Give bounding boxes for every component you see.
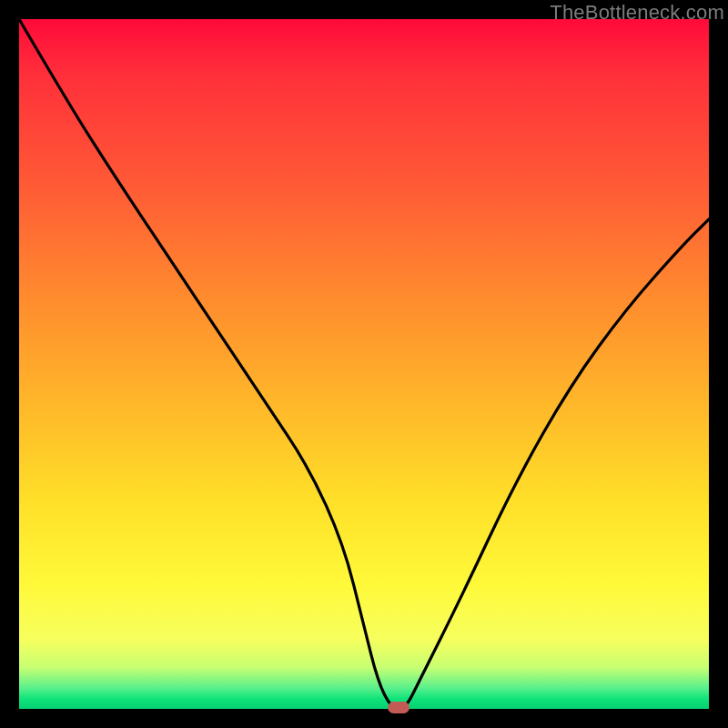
watermark-text: TheBottleneck.com [550, 1, 724, 25]
bottleneck-curve [19, 19, 709, 709]
plot-area [19, 19, 709, 709]
minimum-marker [388, 702, 410, 713]
chart-frame: TheBottleneck.com [0, 0, 728, 728]
